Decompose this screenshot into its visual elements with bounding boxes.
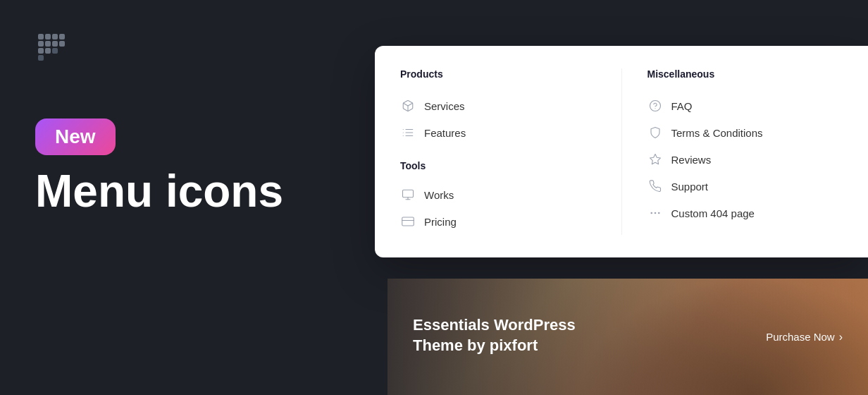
monitor-icon — [400, 187, 416, 202]
chevron-right-icon: › — [839, 331, 843, 344]
new-badge: New — [35, 119, 116, 155]
svg-rect-1 — [45, 34, 51, 40]
menu-item-terms[interactable]: Terms & Conditions — [647, 119, 843, 146]
menu-item-pricing[interactable]: Pricing — [400, 208, 596, 235]
svg-marker-26 — [650, 154, 660, 164]
logo — [35, 28, 69, 62]
svg-point-28 — [655, 212, 656, 214]
menu-item-features-label: Features — [424, 127, 466, 139]
svg-rect-4 — [38, 41, 44, 47]
credit-card-icon — [400, 214, 416, 229]
menu-item-works-label: Works — [424, 189, 454, 201]
banner-title: Essentials WordPressTheme by pixfort — [413, 315, 576, 356]
svg-rect-5 — [45, 41, 51, 47]
svg-rect-0 — [38, 34, 44, 40]
svg-rect-3 — [59, 34, 65, 40]
main-title: Menu icons — [35, 166, 356, 216]
banner-cta-button[interactable]: Purchase Now › — [766, 331, 843, 344]
svg-rect-9 — [45, 48, 51, 54]
menu-item-support[interactable]: Support — [647, 173, 843, 200]
menu-item-services[interactable]: Services — [400, 92, 596, 119]
col-header-products: Products — [400, 68, 596, 80]
menu-item-faq-label: FAQ — [671, 100, 693, 112]
banner: Essentials WordPressTheme by pixfort Pur… — [388, 279, 868, 395]
box-icon — [400, 98, 416, 114]
help-circle-icon — [647, 98, 663, 114]
svg-rect-8 — [38, 48, 44, 54]
svg-rect-6 — [52, 41, 58, 47]
svg-point-24 — [650, 101, 660, 111]
star-icon — [647, 152, 663, 167]
dropdown-menu: Products Services — [375, 46, 868, 257]
phone-icon — [647, 178, 663, 194]
svg-rect-2 — [52, 34, 58, 40]
banner-cta-label: Purchase Now — [766, 331, 835, 343]
menu-item-features[interactable]: Features — [400, 119, 596, 146]
menu-item-faq[interactable]: FAQ — [647, 92, 843, 119]
dots-icon — [647, 205, 663, 221]
svg-rect-7 — [59, 41, 65, 47]
dropdown-col-misc: Miscellaneous FAQ — [622, 68, 843, 235]
svg-point-29 — [658, 212, 659, 214]
col-header-tools: Tools — [400, 160, 596, 171]
menu-item-reviews[interactable]: Reviews — [647, 146, 843, 173]
menu-item-works[interactable]: Works — [400, 181, 596, 208]
list-icon — [400, 125, 416, 140]
banner-title-block: Essentials WordPressTheme by pixfort — [413, 315, 576, 358]
menu-item-reviews-label: Reviews — [671, 154, 712, 166]
menu-item-pricing-label: Pricing — [424, 216, 457, 228]
svg-point-27 — [651, 212, 652, 214]
shield-icon — [647, 125, 663, 140]
col-header-misc: Miscellaneous — [647, 68, 843, 80]
menu-item-support-label: Support — [671, 181, 709, 193]
menu-item-terms-label: Terms & Conditions — [671, 127, 763, 139]
svg-rect-19 — [403, 190, 414, 198]
menu-item-404-label: Custom 404 page — [671, 207, 755, 219]
dropdown-col-products: Products Services — [400, 68, 622, 235]
svg-rect-10 — [52, 48, 58, 54]
svg-rect-22 — [402, 217, 414, 226]
svg-rect-11 — [38, 55, 44, 61]
menu-item-services-label: Services — [424, 100, 465, 112]
left-panel: New Menu icons — [0, 0, 391, 395]
menu-item-404[interactable]: Custom 404 page — [647, 200, 843, 226]
